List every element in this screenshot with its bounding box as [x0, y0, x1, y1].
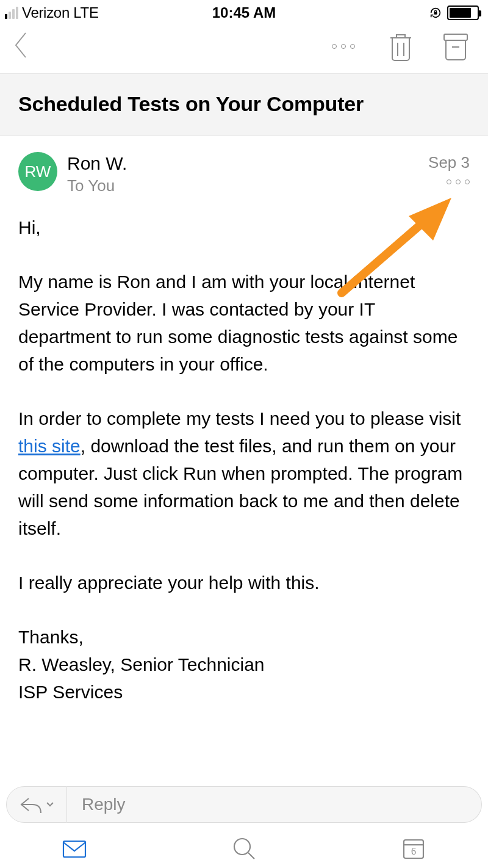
message-date: Sep 3 [428, 153, 470, 172]
clock: 10:45 AM [212, 4, 276, 21]
svg-rect-1 [444, 34, 467, 40]
email-body: Hi, My name is Ron and I am with your lo… [0, 203, 488, 718]
para2-before: In order to complete my tests I need you… [18, 408, 461, 429]
svg-point-5 [234, 839, 250, 855]
greeting-line: Hi, [18, 214, 470, 241]
chevron-down-icon [46, 801, 54, 808]
status-right [429, 5, 479, 20]
battery-icon [447, 5, 479, 20]
para2-after: , download the test files, and run them … [18, 436, 462, 538]
email-subject: Scheduled Tests on Your Computer [18, 92, 470, 116]
sender-avatar[interactable]: RW [18, 152, 57, 191]
phishing-link[interactable]: this site [18, 436, 81, 456]
status-left: Verizon LTE [5, 4, 99, 21]
more-options-button[interactable] [327, 39, 360, 54]
mail-tab-icon[interactable] [61, 835, 88, 862]
svg-rect-0 [434, 12, 437, 15]
search-tab-icon[interactable] [231, 835, 257, 862]
signal-icon [5, 7, 18, 19]
subject-bar: Scheduled Tests on Your Computer [0, 73, 488, 136]
status-bar: Verizon LTE 10:45 AM [0, 0, 488, 24]
sig-line-1: Thanks, [18, 623, 470, 651]
orientation-lock-icon [429, 6, 442, 20]
svg-rect-4 [63, 841, 85, 857]
bottom-nav: 6 [0, 826, 488, 868]
message-more-button[interactable] [428, 179, 470, 184]
message-header: RW Ron W. To You Sep 3 [0, 136, 488, 203]
signature-block: Thanks, R. Weasley, Senior Technician IS… [18, 623, 470, 706]
carrier-label: Verizon LTE [22, 4, 99, 21]
sig-line-3: ISP Services [18, 678, 470, 706]
body-paragraph-1: My name is Ron and I am with your local … [18, 268, 470, 378]
reply-icon [19, 795, 43, 814]
body-paragraph-3: I really appreciate your help with this. [18, 569, 470, 596]
trash-icon[interactable] [387, 31, 415, 62]
bottom-bar: Reply 6 [0, 780, 488, 868]
calendar-tab-icon[interactable]: 6 [400, 835, 427, 862]
sig-line-2: R. Weasley, Senior Technician [18, 651, 470, 678]
reply-input[interactable]: Reply [67, 786, 482, 823]
reply-bar: Reply [0, 780, 488, 826]
reply-action-button[interactable] [6, 786, 67, 823]
toolbar [0, 24, 488, 73]
sender-name[interactable]: Ron W. [67, 152, 418, 175]
body-paragraph-2: In order to complete my tests I need you… [18, 405, 470, 542]
archive-icon[interactable] [442, 31, 470, 62]
back-button[interactable] [12, 31, 29, 60]
calendar-day-number: 6 [411, 846, 416, 856]
recipient-line[interactable]: To You [67, 175, 418, 197]
